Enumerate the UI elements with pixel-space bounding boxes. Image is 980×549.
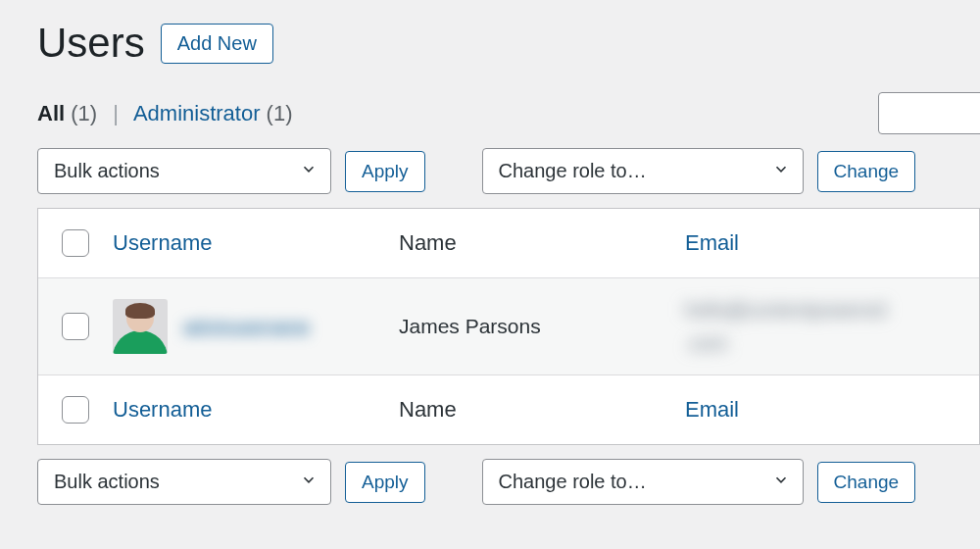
column-name: Name: [399, 230, 685, 256]
avatar: [113, 299, 168, 354]
change-button-bottom[interactable]: Change: [817, 462, 916, 503]
user-email-line1: hello@contentpowered: [685, 293, 961, 326]
apply-button[interactable]: Apply: [345, 151, 425, 192]
add-new-button[interactable]: Add New: [161, 24, 273, 64]
page-title: Users: [37, 20, 145, 67]
bulk-actions-select-bottom[interactable]: Bulk actions: [37, 459, 331, 505]
filter-separator: |: [113, 101, 119, 125]
column-email-footer[interactable]: Email: [685, 397, 739, 422]
column-username[interactable]: Username: [113, 230, 212, 255]
bulk-actions-select[interactable]: Bulk actions: [37, 148, 331, 194]
column-name-footer: Name: [399, 397, 685, 423]
filter-administrator[interactable]: Administrator: [133, 101, 261, 125]
users-table: Username Name Email adminusername James …: [37, 208, 980, 445]
select-all-checkbox-footer[interactable]: [62, 396, 89, 424]
filter-all-count: (1): [71, 101, 97, 125]
column-email[interactable]: Email: [685, 230, 739, 255]
search-input[interactable]: [878, 92, 980, 134]
column-username-footer[interactable]: Username: [113, 397, 212, 422]
change-button[interactable]: Change: [817, 151, 916, 192]
filter-all[interactable]: All: [37, 101, 65, 125]
table-row: adminusername James Parsons hello@conten…: [38, 277, 979, 375]
change-role-select-bottom[interactable]: Change role to…: [482, 459, 804, 505]
apply-button-bottom[interactable]: Apply: [345, 462, 425, 503]
filter-administrator-count: (1): [267, 101, 293, 125]
change-role-select[interactable]: Change role to…: [482, 148, 804, 194]
user-display-name: James Parsons: [399, 315, 685, 338]
user-filters: All (1) | Administrator (1): [37, 101, 293, 126]
select-all-checkbox[interactable]: [62, 229, 89, 257]
user-email-line2: .com: [685, 326, 961, 360]
username-link[interactable]: adminusername: [183, 317, 310, 337]
row-checkbox[interactable]: [62, 313, 89, 340]
